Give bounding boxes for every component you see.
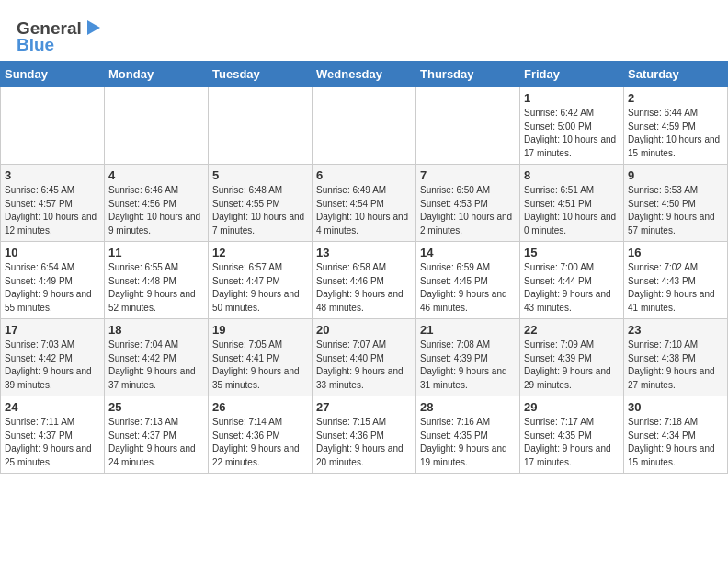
day-number: 8 bbox=[524, 168, 620, 182]
weekday-saturday: Saturday bbox=[624, 62, 728, 87]
day-info: Sunrise: 6:49 AM Sunset: 4:54 PM Dayligh… bbox=[316, 185, 408, 236]
calendar-week-row: 1Sunrise: 6:42 AM Sunset: 5:00 PM Daylig… bbox=[1, 87, 728, 165]
calendar-week-row: 24Sunrise: 7:11 AM Sunset: 4:37 PM Dayli… bbox=[1, 396, 728, 474]
day-number: 22 bbox=[524, 323, 620, 337]
calendar-day-22: 22Sunrise: 7:09 AM Sunset: 4:39 PM Dayli… bbox=[520, 319, 624, 396]
day-info: Sunrise: 7:07 AM Sunset: 4:40 PM Dayligh… bbox=[316, 339, 404, 390]
day-number: 30 bbox=[628, 400, 723, 414]
day-number: 12 bbox=[212, 246, 308, 259]
weekday-tuesday: Tuesday bbox=[209, 62, 313, 87]
calendar-day-10: 10Sunrise: 6:54 AM Sunset: 4:49 PM Dayli… bbox=[1, 242, 105, 319]
day-number: 28 bbox=[420, 400, 516, 414]
day-info: Sunrise: 7:14 AM Sunset: 4:36 PM Dayligh… bbox=[212, 417, 300, 467]
calendar-day-4: 4Sunrise: 6:46 AM Sunset: 4:56 PM Daylig… bbox=[105, 165, 209, 242]
calendar-week-row: 3Sunrise: 6:45 AM Sunset: 4:57 PM Daylig… bbox=[1, 165, 728, 242]
weekday-monday: Monday bbox=[105, 62, 209, 87]
day-number: 26 bbox=[212, 400, 308, 414]
day-info: Sunrise: 7:10 AM Sunset: 4:38 PM Dayligh… bbox=[628, 339, 715, 390]
day-number: 5 bbox=[212, 168, 308, 182]
logo-flag-icon bbox=[84, 18, 104, 39]
day-number: 21 bbox=[420, 323, 516, 337]
day-number: 18 bbox=[108, 323, 204, 337]
day-number: 15 bbox=[524, 246, 620, 259]
day-info: Sunrise: 6:59 AM Sunset: 4:45 PM Dayligh… bbox=[420, 262, 507, 313]
day-info: Sunrise: 7:11 AM Sunset: 4:37 PM Dayligh… bbox=[5, 417, 92, 467]
day-number: 6 bbox=[316, 168, 412, 182]
day-info: Sunrise: 6:54 AM Sunset: 4:49 PM Dayligh… bbox=[5, 262, 92, 313]
day-info: Sunrise: 6:50 AM Sunset: 4:53 PM Dayligh… bbox=[420, 185, 512, 236]
calendar-day-5: 5Sunrise: 6:48 AM Sunset: 4:55 PM Daylig… bbox=[209, 165, 313, 242]
day-number: 2 bbox=[628, 91, 723, 105]
day-info: Sunrise: 7:13 AM Sunset: 4:37 PM Dayligh… bbox=[108, 417, 196, 467]
calendar-week-row: 10Sunrise: 6:54 AM Sunset: 4:49 PM Dayli… bbox=[1, 242, 728, 319]
day-number: 16 bbox=[628, 246, 723, 259]
calendar-day-28: 28Sunrise: 7:16 AM Sunset: 4:35 PM Dayli… bbox=[416, 396, 520, 474]
day-info: Sunrise: 6:42 AM Sunset: 5:00 PM Dayligh… bbox=[524, 108, 616, 158]
logo-blue-text: Blue bbox=[17, 35, 54, 55]
calendar-table: SundayMondayTuesdayWednesdayThursdayFrid… bbox=[0, 61, 728, 474]
day-info: Sunrise: 6:51 AM Sunset: 4:51 PM Dayligh… bbox=[524, 185, 616, 236]
calendar-day-27: 27Sunrise: 7:15 AM Sunset: 4:36 PM Dayli… bbox=[313, 396, 416, 474]
calendar-day-29: 29Sunrise: 7:17 AM Sunset: 4:35 PM Dayli… bbox=[520, 396, 624, 474]
day-number: 7 bbox=[420, 168, 516, 182]
day-number: 20 bbox=[316, 323, 412, 337]
day-info: Sunrise: 7:15 AM Sunset: 4:36 PM Dayligh… bbox=[316, 417, 404, 467]
calendar-day-25: 25Sunrise: 7:13 AM Sunset: 4:37 PM Dayli… bbox=[105, 396, 209, 474]
logo: General Blue bbox=[17, 13, 104, 55]
calendar-body: 1Sunrise: 6:42 AM Sunset: 5:00 PM Daylig… bbox=[1, 87, 728, 474]
day-info: Sunrise: 6:58 AM Sunset: 4:46 PM Dayligh… bbox=[316, 262, 404, 313]
calendar-day-19: 19Sunrise: 7:05 AM Sunset: 4:41 PM Dayli… bbox=[209, 319, 313, 396]
calendar-day-11: 11Sunrise: 6:55 AM Sunset: 4:48 PM Dayli… bbox=[105, 242, 209, 319]
day-info: Sunrise: 7:00 AM Sunset: 4:44 PM Dayligh… bbox=[524, 262, 611, 313]
weekday-sunday: Sunday bbox=[1, 62, 105, 87]
calendar-week-row: 17Sunrise: 7:03 AM Sunset: 4:42 PM Dayli… bbox=[1, 319, 728, 396]
day-info: Sunrise: 6:48 AM Sunset: 4:55 PM Dayligh… bbox=[212, 185, 304, 236]
day-info: Sunrise: 7:04 AM Sunset: 4:42 PM Dayligh… bbox=[108, 339, 196, 390]
calendar-day-9: 9Sunrise: 6:53 AM Sunset: 4:50 PM Daylig… bbox=[624, 165, 728, 242]
day-info: Sunrise: 6:55 AM Sunset: 4:48 PM Dayligh… bbox=[108, 262, 196, 313]
calendar-day-empty bbox=[313, 87, 416, 165]
day-number: 13 bbox=[316, 246, 412, 259]
weekday-header-row: SundayMondayTuesdayWednesdayThursdayFrid… bbox=[1, 62, 728, 87]
calendar-day-empty bbox=[1, 87, 105, 165]
calendar-day-1: 1Sunrise: 6:42 AM Sunset: 5:00 PM Daylig… bbox=[520, 87, 624, 165]
header: General Blue bbox=[0, 0, 728, 61]
svg-marker-0 bbox=[87, 20, 100, 35]
day-number: 10 bbox=[5, 246, 100, 259]
calendar-day-24: 24Sunrise: 7:11 AM Sunset: 4:37 PM Dayli… bbox=[1, 396, 105, 474]
day-info: Sunrise: 7:18 AM Sunset: 4:34 PM Dayligh… bbox=[628, 417, 715, 467]
calendar-day-23: 23Sunrise: 7:10 AM Sunset: 4:38 PM Dayli… bbox=[624, 319, 728, 396]
calendar-day-18: 18Sunrise: 7:04 AM Sunset: 4:42 PM Dayli… bbox=[105, 319, 209, 396]
day-info: Sunrise: 6:57 AM Sunset: 4:47 PM Dayligh… bbox=[212, 262, 300, 313]
calendar-header: SundayMondayTuesdayWednesdayThursdayFrid… bbox=[1, 62, 728, 87]
day-number: 23 bbox=[628, 323, 723, 337]
day-number: 29 bbox=[524, 400, 620, 414]
calendar-day-8: 8Sunrise: 6:51 AM Sunset: 4:51 PM Daylig… bbox=[520, 165, 624, 242]
calendar-day-16: 16Sunrise: 7:02 AM Sunset: 4:43 PM Dayli… bbox=[624, 242, 728, 319]
day-number: 17 bbox=[5, 323, 100, 337]
day-number: 24 bbox=[5, 400, 100, 414]
day-number: 27 bbox=[316, 400, 412, 414]
calendar-day-15: 15Sunrise: 7:00 AM Sunset: 4:44 PM Dayli… bbox=[520, 242, 624, 319]
calendar-day-21: 21Sunrise: 7:08 AM Sunset: 4:39 PM Dayli… bbox=[416, 319, 520, 396]
calendar-day-13: 13Sunrise: 6:58 AM Sunset: 4:46 PM Dayli… bbox=[313, 242, 416, 319]
calendar-day-7: 7Sunrise: 6:50 AM Sunset: 4:53 PM Daylig… bbox=[416, 165, 520, 242]
calendar-day-2: 2Sunrise: 6:44 AM Sunset: 4:59 PM Daylig… bbox=[624, 87, 728, 165]
calendar-day-6: 6Sunrise: 6:49 AM Sunset: 4:54 PM Daylig… bbox=[313, 165, 416, 242]
day-number: 4 bbox=[108, 168, 204, 182]
day-info: Sunrise: 6:53 AM Sunset: 4:50 PM Dayligh… bbox=[628, 185, 715, 236]
day-number: 25 bbox=[108, 400, 204, 414]
day-number: 11 bbox=[108, 246, 204, 259]
day-info: Sunrise: 6:45 AM Sunset: 4:57 PM Dayligh… bbox=[5, 185, 97, 236]
day-number: 19 bbox=[212, 323, 308, 337]
calendar-day-empty bbox=[416, 87, 520, 165]
calendar-day-17: 17Sunrise: 7:03 AM Sunset: 4:42 PM Dayli… bbox=[1, 319, 105, 396]
calendar-day-26: 26Sunrise: 7:14 AM Sunset: 4:36 PM Dayli… bbox=[209, 396, 313, 474]
calendar-day-12: 12Sunrise: 6:57 AM Sunset: 4:47 PM Dayli… bbox=[209, 242, 313, 319]
calendar-day-20: 20Sunrise: 7:07 AM Sunset: 4:40 PM Dayli… bbox=[313, 319, 416, 396]
day-info: Sunrise: 7:08 AM Sunset: 4:39 PM Dayligh… bbox=[420, 339, 507, 390]
day-info: Sunrise: 7:05 AM Sunset: 4:41 PM Dayligh… bbox=[212, 339, 300, 390]
calendar-day-14: 14Sunrise: 6:59 AM Sunset: 4:45 PM Dayli… bbox=[416, 242, 520, 319]
day-info: Sunrise: 6:44 AM Sunset: 4:59 PM Dayligh… bbox=[628, 108, 720, 158]
weekday-wednesday: Wednesday bbox=[313, 62, 416, 87]
